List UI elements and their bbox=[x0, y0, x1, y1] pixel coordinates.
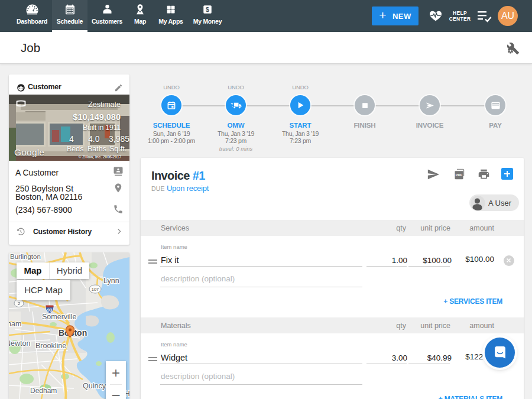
svg-text:Dedham: Dedham bbox=[30, 387, 57, 395]
svg-text:$: $ bbox=[206, 6, 209, 13]
svg-text:2: 2 bbox=[18, 301, 20, 306]
svg-text:Lynn: Lynn bbox=[103, 277, 119, 285]
svg-text:Quincy: Quincy bbox=[83, 382, 106, 390]
svg-text:ham: ham bbox=[9, 320, 21, 328]
svg-text:Newton: Newton bbox=[9, 339, 30, 348]
svg-text:107: 107 bbox=[92, 287, 99, 292]
svg-text:Somerville: Somerville bbox=[42, 313, 76, 321]
svg-text:Burlington: Burlington bbox=[10, 253, 41, 260]
svg-text:PDF: PDF bbox=[456, 173, 463, 177]
svg-text:Brookline: Brookline bbox=[35, 342, 66, 350]
svg-text:93: 93 bbox=[47, 307, 52, 313]
